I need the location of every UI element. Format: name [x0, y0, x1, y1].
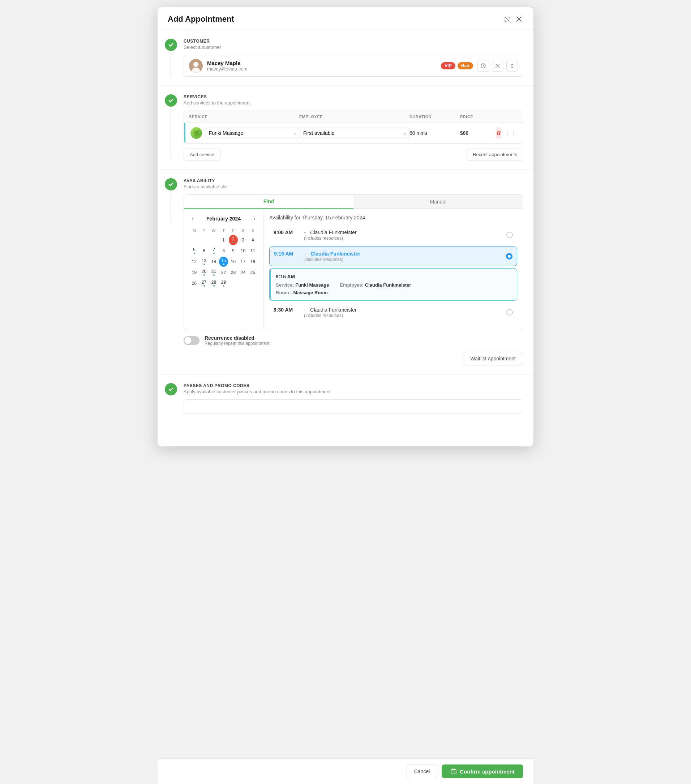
cal-day-empty6 — [248, 278, 257, 288]
cal-day-20[interactable]: 20 — [199, 267, 209, 278]
cal-header-t1: T — [199, 227, 209, 234]
customer-pin-button[interactable] — [477, 60, 489, 72]
cal-day-2[interactable]: 2 — [229, 235, 238, 245]
slot-item-930[interactable]: 9:30 AM - Claudia Funkmeister (includes … — [269, 303, 517, 322]
cal-day-7[interactable]: 7 — [209, 246, 218, 256]
services-sublabel: Add services to the appointment — [184, 100, 523, 105]
slot-time-930: 9:30 AM — [273, 307, 303, 313]
cal-day-empty3 — [209, 235, 218, 245]
delete-service-button[interactable] — [496, 127, 501, 139]
slot-service-label: Service: — [276, 282, 295, 288]
recent-appointments-button[interactable]: Recent appointments — [467, 148, 523, 160]
slot-employee-label: Employee: — [340, 282, 365, 288]
col-employee: EMPLOYEE — [299, 115, 410, 119]
slot-sub-900: (includes resources) — [304, 236, 506, 241]
svg-point-1 — [193, 62, 198, 67]
cal-header-t2: T — [219, 227, 228, 234]
cal-day-17[interactable]: 17 — [239, 257, 248, 267]
close-button[interactable] — [515, 15, 523, 23]
slot-service-info: Service: Funki Massage — [276, 282, 329, 288]
recurrence-subtitle: Regularly repeat this appointment — [204, 341, 269, 346]
recurrence-toggle[interactable] — [184, 336, 199, 345]
slot-employee-value: Claudia Funkmeister — [365, 282, 411, 288]
passes-label: PASSES AND PROMO CODES — [184, 383, 523, 388]
cal-day-13[interactable]: 13 — [199, 257, 209, 267]
cal-day-23[interactable]: 23 — [229, 267, 238, 278]
cal-day-3[interactable]: 3 — [239, 235, 248, 245]
services-step-line — [171, 109, 171, 160]
waitlist-button[interactable]: Waitlist appointment — [462, 352, 523, 366]
cal-day-15[interactable]: 15 — [219, 257, 228, 267]
availability-label: AVAILABILITY — [184, 178, 523, 183]
calendar-header: ‹ February 2024 › — [190, 215, 257, 222]
drag-service-button[interactable]: ⋮⋮ — [503, 128, 518, 138]
cal-day-4[interactable]: 4 — [248, 235, 257, 245]
services-step-circle — [165, 94, 177, 107]
cal-day-22[interactable]: 22 — [219, 267, 228, 278]
expand-button[interactable] — [502, 15, 512, 24]
cal-day-21[interactable]: 21 — [209, 267, 218, 278]
cal-day-9[interactable]: 9 — [229, 246, 238, 256]
cal-day-29[interactable]: 29 — [219, 278, 228, 288]
add-service-button[interactable]: Add service — [184, 148, 220, 160]
slot-room-info: Room : Massage Room — [276, 290, 512, 295]
cal-day-11[interactable]: 11 — [248, 246, 257, 256]
slots-date-label: Availability for Thursday, 15 February 2… — [269, 215, 517, 221]
customer-reorder-button[interactable] — [506, 60, 518, 72]
availability-sublabel: Find an available slot — [184, 184, 523, 189]
modal-title: Add Appointment — [168, 15, 234, 24]
employee-select[interactable]: First available — [300, 128, 410, 138]
tab-find[interactable]: Find — [184, 195, 354, 209]
cal-day-16[interactable]: 16 — [229, 257, 238, 267]
col-duration: DURATION — [410, 115, 460, 119]
services-step-indicator — [165, 94, 177, 160]
customer-label: CUSTOMER — [184, 39, 523, 44]
slot-employee-915: Claudia Funkmeister — [311, 251, 506, 257]
employee-cell: First available — [300, 128, 410, 138]
availability-step-content: AVAILABILITY Find an available slot Find… — [184, 178, 523, 366]
cal-day-24[interactable]: 24 — [239, 267, 248, 278]
service-select[interactable]: Funki Massage — [206, 128, 300, 138]
tab-manual[interactable]: Manual — [354, 195, 523, 209]
cal-day-5[interactable]: 5 — [190, 246, 199, 256]
slot-radio-930[interactable] — [506, 309, 513, 316]
customer-info: Macey Maple macey@ovatu.com — [207, 60, 437, 72]
customer-remove-button[interactable] — [492, 60, 503, 72]
services-table: SERVICE EMPLOYEE DURATION PRICE 🌿 Funki … — [184, 110, 523, 143]
cal-day-12[interactable]: 12 — [190, 257, 199, 267]
customer-name: Macey Maple — [207, 60, 437, 66]
cal-header-f: F — [229, 227, 238, 234]
slot-radio-915[interactable] — [506, 253, 512, 260]
add-appointment-modal: Add Appointment CUSTOMER Sel — [158, 7, 533, 446]
col-service: SERVICE — [189, 115, 299, 119]
cal-header-s1: S — [239, 227, 248, 234]
availability-step-line — [171, 193, 171, 222]
passes-section: PASSES AND PROMO CODES Apply available c… — [158, 374, 533, 417]
cal-day-26[interactable]: 26 — [190, 278, 199, 288]
cal-day-8[interactable]: 8 — [219, 246, 228, 256]
duration-cell: 60 mins — [410, 130, 460, 136]
slot-time-915: 9:15 AM — [274, 251, 303, 257]
cal-day-19[interactable]: 19 — [190, 267, 199, 278]
cal-day-28[interactable]: 28 — [209, 278, 218, 288]
calendar-next-button[interactable]: › — [251, 215, 257, 222]
cal-day-14[interactable]: 14 — [209, 257, 218, 267]
customer-step-line — [171, 53, 171, 77]
cal-day-10[interactable]: 10 — [239, 246, 248, 256]
slot-room-label: Room : — [276, 290, 293, 295]
cal-day-27[interactable]: 27 — [199, 278, 209, 288]
cal-day-6[interactable]: 6 — [199, 246, 209, 256]
slot-item-915[interactable]: 9:15 AM - Claudia Funkmeister (includes … — [269, 247, 517, 266]
slot-item-900[interactable]: 9:00 AM - Claudia Funkmeister (includes … — [269, 226, 517, 244]
services-step-content: SERVICES Add services to the appointment… — [184, 94, 523, 160]
slot-radio-900[interactable] — [506, 232, 513, 238]
service-cell: 🌿 Funki Massage — [191, 127, 300, 139]
cal-day-1[interactable]: 1 — [219, 235, 228, 245]
cal-header-m: M — [190, 227, 199, 234]
cal-day-18[interactable]: 18 — [248, 257, 257, 267]
customer-avatar — [189, 59, 203, 72]
slot-sub-930: (includes resources) — [304, 313, 506, 318]
find-manual-tabs: Find Manual — [184, 195, 523, 209]
cal-day-25[interactable]: 25 — [248, 267, 257, 278]
calendar-prev-button[interactable]: ‹ — [190, 215, 196, 222]
